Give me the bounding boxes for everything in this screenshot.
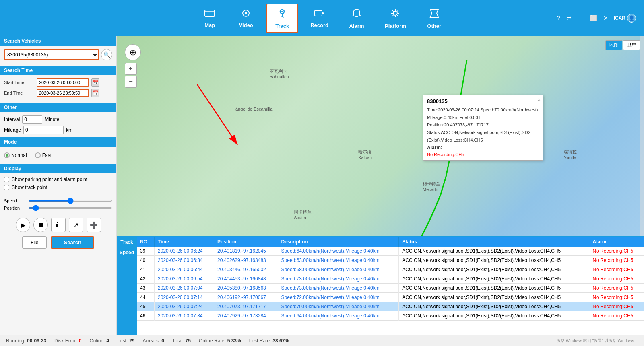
td-status: ACC ON,Network signal poor,SD1(Exist),SD… [399, 302, 589, 311]
map-type-map[interactable]: 地图 [605, 40, 622, 50]
table-row[interactable]: 452020-03-26 00:07:2420.407073,-97.17171… [137, 302, 644, 311]
popup-status: Status:ACC ON,Network signal poor,SD1(Ex… [427, 129, 539, 144]
search-button[interactable]: Search [51, 236, 94, 249]
platform-icon [390, 8, 401, 21]
popup-alarm-value: No Recording:CH5 [427, 152, 539, 157]
nav-track[interactable]: Track [266, 4, 298, 33]
mileage-row: Mileage km [4, 126, 112, 134]
interval-row: Interval Minute [4, 115, 112, 124]
mileage-input[interactable] [23, 126, 64, 134]
zoom-out-btn[interactable]: − [125, 76, 137, 88]
table-wrapper: NO. Time Position Description Status Ala… [137, 237, 644, 335]
add-btn[interactable]: ➕ [87, 218, 101, 232]
map-type-satellite[interactable]: 卫星 [623, 40, 640, 50]
map-controls: ⊕ + − [125, 44, 141, 88]
mode-fast[interactable]: Fast [35, 152, 52, 158]
td-no: 45 [137, 302, 155, 311]
nav-video[interactable]: Video [230, 5, 262, 31]
td-time: 2020-03-26 00:07:24 [155, 302, 214, 311]
end-time-calendar-icon[interactable]: 📅 [91, 89, 99, 97]
mode-header: Mode [0, 137, 116, 147]
td-alarm: No Recording:CH5 [589, 274, 644, 284]
popup-position: Position:20.407073,-97.171717 [427, 121, 539, 129]
popup-close-btn[interactable]: × [537, 97, 541, 103]
delete-btn[interactable]: 🗑 [51, 218, 66, 232]
end-time-label: End Time [4, 91, 34, 95]
interval-unit: Minute [45, 117, 59, 122]
col-position: Position [214, 237, 278, 247]
search-vehicles-header: Search Vehicles [0, 36, 116, 46]
td-time: 2020-03-26 00:06:34 [155, 256, 214, 265]
window-controls: ? ⇄ — ⬜ ✕ [555, 14, 610, 22]
export-btn[interactable]: ↗ [69, 218, 83, 232]
start-time-input[interactable]: 2020-03-26 00:00:00 [37, 78, 89, 86]
nav-map[interactable]: Map [194, 5, 226, 31]
nav-other-label: Other [427, 23, 441, 29]
app-title: ICAR 👤 [614, 14, 636, 23]
close-btn[interactable]: ✕ [602, 14, 610, 22]
table-row[interactable]: 432020-03-26 00:07:0420.405380,-97.16856… [137, 284, 644, 293]
minimize-btn[interactable]: — [576, 14, 585, 22]
td-status: ACC ON,Network signal poor,SD1(Exist),SD… [399, 247, 589, 256]
table-row[interactable]: 442020-03-26 00:07:1420.406192,-97.17006… [137, 293, 644, 302]
svg-point-4 [245, 12, 247, 14]
speed-slider[interactable] [29, 200, 112, 202]
table-row[interactable]: 392020-03-26 00:06:2420.401819,-97.16204… [137, 247, 644, 256]
header: Map Video Track Record Alarm [0, 0, 644, 36]
speed-tab[interactable]: Speed [117, 247, 137, 258]
start-time-calendar-icon[interactable]: 📅 [91, 78, 99, 86]
nav-track-label: Track [275, 23, 289, 29]
end-time-row: End Time 2020-03-26 23:59:59 📅 [4, 89, 112, 97]
td-position: 20.406192,-97.170067 [214, 293, 278, 302]
status-online: Online: 4 [89, 338, 109, 344]
map-label-acatln: 阿卡特兰Acatln [294, 209, 312, 220]
td-position: 20.403446,-97.165002 [214, 265, 278, 274]
nav-platform[interactable]: Platform [377, 4, 414, 32]
play-btn[interactable]: ▶ [16, 218, 30, 232]
normal-label: Normal [11, 152, 27, 158]
interval-input[interactable] [22, 115, 42, 124]
td-position: 20.405380,-97.168563 [214, 284, 278, 293]
slider-section: Speed Position [0, 196, 116, 215]
mileage-label: Mileage [4, 127, 21, 133]
nav-alarm-label: Alarm [349, 23, 364, 29]
user-icon[interactable]: 👤 [627, 14, 636, 23]
status-bar: Running: 00:06:23 Disk Error: 0 Online: … [0, 335, 644, 346]
stop-btn[interactable]: ⏹ [33, 218, 48, 232]
mode-normal[interactable]: Normal [4, 152, 27, 158]
td-description: Speed:64.00km/h(Northwest),Mileage:0.40k… [278, 311, 399, 321]
compass-btn[interactable]: ⊕ [125, 44, 141, 60]
nav-other[interactable]: Other [418, 4, 450, 32]
table-row[interactable]: 462020-03-26 00:07:3420.407929,-97.17328… [137, 311, 644, 321]
map-label-mecatln: 梅卡特兰Mecatln [423, 181, 440, 192]
nav-record[interactable]: Record [302, 5, 336, 31]
nav-video-label: Video [239, 22, 253, 28]
track-icon [277, 8, 288, 21]
help-btn[interactable]: ? [555, 14, 562, 22]
vehicle-input[interactable]: 8300135(8300135) [5, 50, 90, 59]
file-button[interactable]: File [22, 236, 47, 249]
table-row[interactable]: 422020-03-26 00:06:5420.404453,-97.16684… [137, 274, 644, 284]
td-no: 44 [137, 293, 155, 302]
map-label-nautla: 瑙特拉Nautla [564, 149, 577, 160]
col-alarm: Alarm [589, 237, 644, 247]
position-slider[interactable] [29, 207, 112, 209]
svg-rect-8 [315, 10, 322, 16]
zoom-in-btn[interactable]: + [125, 63, 137, 75]
td-time: 2020-03-26 00:07:34 [155, 311, 214, 321]
normal-radio-dot [4, 152, 10, 158]
swap-btn[interactable]: ⇄ [565, 14, 573, 22]
td-alarm: No Recording:CH5 [589, 293, 644, 302]
vehicle-dropdown[interactable]: ▼ [90, 52, 98, 58]
table-row[interactable]: 412020-03-26 00:06:4420.403446,-97.16500… [137, 265, 644, 274]
status-online-rate: Online Rate: 5.33% [199, 338, 241, 344]
maximize-btn[interactable]: ⬜ [588, 14, 599, 22]
nav-alarm[interactable]: Alarm [341, 4, 373, 32]
show-track-checkbox[interactable] [4, 185, 9, 190]
show-parking-checkbox[interactable] [4, 177, 9, 182]
vehicle-search-btn[interactable]: 🔍 [101, 49, 112, 60]
track-tab[interactable]: Track [117, 237, 137, 247]
end-time-input[interactable]: 2020-03-26 23:59:59 [37, 89, 89, 97]
table-row[interactable]: 402020-03-26 00:06:3420.402629,-97.16348… [137, 256, 644, 265]
col-description: Description [278, 237, 399, 247]
